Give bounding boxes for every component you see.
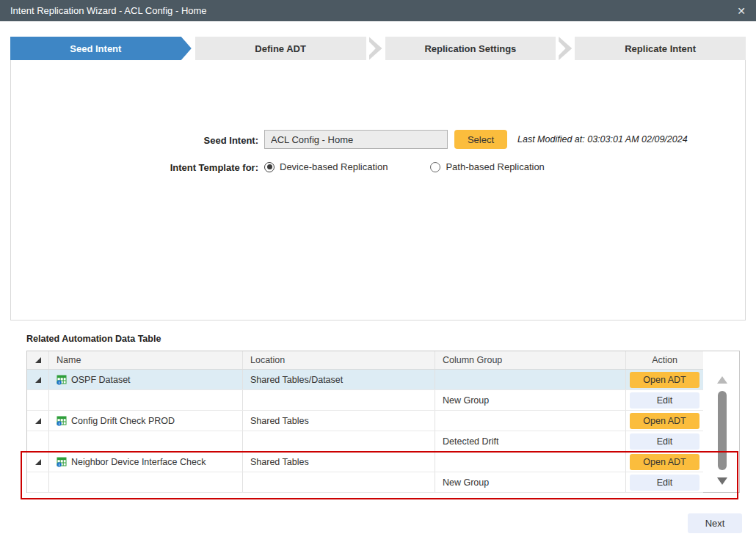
chevron-right-icon — [369, 37, 382, 60]
radio-label: Device-based Replication — [280, 161, 388, 172]
column-header-column-group[interactable]: Column Group — [435, 351, 626, 369]
table-scrollbar[interactable] — [703, 351, 739, 492]
adt-table-icon — [57, 457, 67, 467]
step-label: Define ADT — [255, 43, 306, 54]
step-define-adt[interactable]: Define ADT — [195, 37, 366, 60]
row-expander[interactable] — [27, 370, 49, 389]
adt-location — [243, 472, 435, 492]
table-row[interactable]: Neighbor Device Interface Check Shared T… — [27, 452, 703, 472]
dialog-title-bar: Intent Replication Wizard - ACL Config -… — [0, 0, 756, 21]
step-label: Seed Intent — [70, 43, 121, 54]
table-row[interactable]: New Group Edit — [27, 390, 703, 411]
scroll-down-icon[interactable] — [717, 477, 727, 485]
adt-column-group — [435, 452, 626, 472]
chevron-right-icon — [559, 37, 572, 60]
scroll-up-icon[interactable] — [717, 376, 727, 384]
open-adt-button[interactable]: Open ADT — [630, 413, 699, 429]
adt-column-group: Detected Drift — [435, 431, 626, 451]
step-label: Replication Settings — [424, 43, 516, 54]
adt-location: Shared Tables — [243, 411, 435, 431]
row-expander[interactable] — [27, 452, 49, 472]
edit-button[interactable]: Edit — [630, 392, 699, 409]
seed-intent-label: Seed Intent: — [110, 135, 258, 146]
row-expander[interactable] — [27, 411, 49, 431]
row-expander-empty — [27, 472, 49, 492]
seed-intent-panel — [10, 60, 746, 321]
table-row[interactable]: OSPF Dataset Shared Tables/Dataset Open … — [27, 370, 703, 390]
adt-name — [49, 431, 243, 451]
adt-grid: Name Location Column Group Action — [27, 351, 703, 492]
edit-button[interactable]: Edit — [630, 475, 699, 491]
intent-template-label: Intent Template for: — [110, 162, 258, 173]
adt-column-group — [435, 370, 626, 389]
edit-button[interactable]: Edit — [630, 433, 699, 450]
table-row[interactable]: Config Drift Check PROD Shared Tables Op… — [27, 411, 703, 431]
adt-column-group: New Group — [435, 390, 626, 410]
step-replicate-intent[interactable]: Replicate Intent — [575, 37, 746, 60]
column-header-location[interactable]: Location — [243, 351, 435, 369]
radio-unselected-icon[interactable] — [430, 162, 440, 172]
select-button[interactable]: Select — [454, 130, 507, 149]
collapse-triangle-icon — [35, 418, 41, 424]
radio-option-device-based[interactable]: Device-based Replication — [264, 161, 388, 172]
collapse-triangle-icon — [35, 377, 41, 383]
related-adt-table: Name Location Column Group Action — [26, 351, 740, 493]
related-adt-title: Related Automation Data Table — [26, 334, 161, 344]
seed-intent-input[interactable] — [264, 130, 448, 149]
next-button[interactable]: Next — [688, 513, 742, 533]
collapse-triangle-icon — [35, 459, 41, 465]
adt-name — [49, 390, 243, 410]
scrollbar-thumb[interactable] — [718, 391, 727, 470]
adt-column-group: New Group — [435, 472, 626, 492]
step-seed-intent[interactable]: Seed Intent — [10, 37, 192, 60]
adt-location: Shared Tables/Dataset — [243, 370, 435, 389]
row-expander-empty — [27, 390, 49, 410]
radio-label: Path-based Replication — [446, 161, 544, 172]
collapse-triangle-icon — [35, 357, 41, 363]
step-label: Replicate Intent — [625, 43, 696, 54]
radio-option-path-based[interactable]: Path-based Replication — [430, 161, 544, 172]
adt-name: OSPF Dataset — [71, 375, 131, 385]
adt-name: Neighbor Device Interface Check — [71, 457, 206, 467]
open-adt-button[interactable]: Open ADT — [630, 372, 699, 388]
table-row[interactable]: New Group Edit — [27, 472, 703, 493]
replication-type-radio-group: Device-based Replication Path-based Repl… — [264, 161, 587, 172]
adt-name: Config Drift Check PROD — [71, 416, 175, 426]
open-adt-button[interactable]: Open ADT — [630, 454, 699, 470]
adt-table-icon — [57, 416, 67, 426]
collapse-all-cell[interactable] — [27, 351, 49, 369]
adt-table-icon — [57, 375, 67, 385]
adt-name — [49, 472, 243, 492]
wizard-stepper: Seed Intent Define ADT Replication Setti… — [10, 37, 746, 60]
adt-location: Shared Tables — [243, 452, 435, 472]
column-header-name[interactable]: Name — [49, 351, 243, 369]
row-expander-empty — [27, 431, 49, 451]
last-modified-text: Last Modified at: 03:03:01 AM 02/09/2024 — [517, 134, 688, 144]
adt-location — [243, 431, 435, 451]
column-header-action: Action — [626, 351, 703, 369]
close-icon[interactable]: ✕ — [737, 6, 746, 16]
step-replication-settings[interactable]: Replication Settings — [385, 37, 556, 60]
table-header-row: Name Location Column Group Action — [27, 351, 703, 370]
adt-location — [243, 390, 435, 410]
adt-column-group — [435, 411, 626, 431]
radio-selected-icon[interactable] — [264, 162, 275, 172]
dialog-title: Intent Replication Wizard - ACL Config -… — [10, 5, 207, 16]
table-row[interactable]: Detected Drift Edit — [27, 431, 703, 452]
